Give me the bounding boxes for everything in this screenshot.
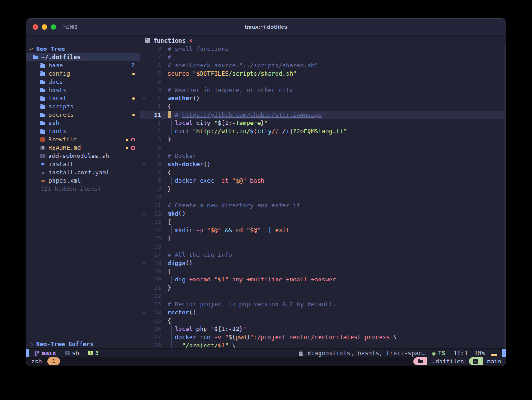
fold-chevron-icon[interactable]: [142, 96, 145, 99]
tree-item-local[interactable]: local: [26, 94, 140, 103]
titlebar[interactable]: ⌥⌘2 tmux:~/.dotfiles: [26, 19, 506, 36]
tree-item-scripts[interactable]: scripts: [26, 103, 140, 111]
tab-functions[interactable]: functions: [153, 37, 185, 44]
tree-item-base[interactable]: base?: [26, 61, 140, 70]
tree-item-phpcs.xml[interactable]: phpcs.xml: [26, 177, 140, 185]
tmux-shell-label: zsh: [31, 358, 42, 365]
code-line[interactable]: 23# Rector project to php version 8.2 by…: [140, 300, 506, 308]
tree-item-hosts[interactable]: hosts: [26, 86, 140, 94]
code-line[interactable]: 11 # https://github.com/chubin/wttr.in#u…: [140, 111, 506, 119]
code-line[interactable]: 9}: [140, 185, 506, 193]
code-line[interactable]: 15}: [140, 234, 506, 243]
code-line[interactable]: 25{: [140, 317, 506, 325]
code-line[interactable]: 18digga(): [140, 259, 506, 267]
git-modified-dot-icon: [132, 114, 135, 116]
minimize-button[interactable]: [42, 24, 47, 30]
git-untracked-icon: ?: [131, 63, 135, 68]
folder-icon: [40, 97, 45, 101]
folder-icon: [40, 122, 45, 125]
code-line[interactable]: 6# shellcheck source="../scripts/shared.…: [140, 61, 506, 70]
fold-chevron-icon[interactable]: [142, 261, 145, 264]
fold-column: [140, 251, 147, 259]
line-number: 28: [147, 341, 161, 348]
fold-column: [140, 300, 147, 308]
code-line[interactable]: 27 docker run -v "$(pwd)":/project recto…: [140, 333, 506, 341]
code-line[interactable]: 5source "$DOTFILES/scripts/shared.sh": [140, 70, 506, 78]
code-line[interactable]: 19{: [140, 267, 506, 276]
collapse-chevron-icon: [29, 46, 33, 50]
code-line[interactable]: 5# Docker: [140, 152, 506, 160]
fold-column: [140, 185, 147, 193]
code-line[interactable]: 8 docker exec -it "$@" bash: [140, 177, 506, 185]
tree-item-secrets[interactable]: secrets: [26, 111, 140, 119]
code-line[interactable]: 7#: [140, 53, 506, 61]
code-line[interactable]: 20 dig +nocmd "$1" any +multiline +noall…: [140, 276, 506, 284]
folder-icon: [40, 130, 45, 134]
tree-item-readme.md[interactable]: README.md: [26, 144, 140, 152]
maximize-button[interactable]: [51, 24, 56, 30]
editor[interactable]: 8# shell functions7#6# shellcheck source…: [140, 45, 506, 348]
code-line[interactable]: 22: [140, 292, 506, 300]
code-line[interactable]: 3}: [140, 135, 506, 144]
fold-chevron-icon[interactable]: [142, 310, 145, 314]
code-line[interactable]: 2 curl "http://wttr.in/${city// /+}?2nFQ…: [140, 127, 506, 135]
git-modified-dot-icon: [126, 147, 128, 149]
treesitter-icon: ◉: [432, 350, 436, 357]
tree-item-docs[interactable]: docs: [26, 78, 140, 86]
tmux-window-badge[interactable]: 1: [47, 357, 60, 365]
code-line[interactable]: 8# shell functions: [140, 45, 506, 53]
editor-scrollbar[interactable]: [504, 45, 506, 348]
fold-chevron-icon[interactable]: [142, 211, 145, 215]
code-line[interactable]: 7{: [140, 168, 506, 177]
code-line[interactable]: 6ssh-docker(): [140, 160, 506, 168]
code-line[interactable]: 10: [140, 193, 506, 201]
tree-item-label: install.conf.yaml: [49, 168, 109, 177]
line-number: 27: [147, 333, 161, 341]
line-number: 1: [147, 119, 161, 127]
code-line[interactable]: 4: [140, 78, 506, 86]
tab-close-icon[interactable]: ×: [189, 37, 192, 44]
tree-item-brewfile[interactable]: Brewfile: [26, 135, 140, 144]
code-line[interactable]: 26 local php="${1:-82}": [140, 325, 506, 333]
close-button[interactable]: [33, 24, 38, 30]
neo-tree-buffers-header[interactable]: Neo-Tree Buffers: [26, 340, 140, 348]
code-line[interactable]: 13{: [140, 218, 506, 226]
fold-column: [140, 325, 147, 333]
shell-script-icon: [40, 154, 45, 158]
line-number: 20: [147, 276, 161, 284]
line-number: 17: [147, 251, 161, 259]
tree-item-tools[interactable]: tools: [26, 127, 140, 135]
line-number: 18: [147, 259, 161, 267]
window-title: tmux:~/.dotfiles: [26, 24, 506, 30]
line-number: 23: [147, 300, 161, 308]
fold-column: [140, 276, 147, 284]
code-line[interactable]: 28 "/project/$1" \: [140, 341, 506, 348]
line-number: 22: [147, 292, 161, 300]
code-line[interactable]: 4: [140, 144, 506, 152]
tree-item-label: docs: [49, 78, 63, 86]
code-line[interactable]: 17# All the dig info: [140, 251, 506, 259]
fold-column: [140, 53, 147, 61]
tree-item-ssh[interactable]: ssh: [26, 119, 140, 127]
tree-item-install[interactable]: install: [26, 160, 140, 168]
code-line[interactable]: 3# Weather in Tampere, or other city: [140, 86, 506, 94]
tree-item-~-.dotfiles[interactable]: ~/.dotfiles: [26, 53, 140, 61]
tree-item--21-hidden-items-: (21 hidden items): [26, 185, 140, 193]
code-line[interactable]: 12mkd(): [140, 210, 506, 218]
code-line[interactable]: 24rector(): [140, 308, 506, 317]
code-line[interactable]: 1{: [140, 103, 506, 111]
fold-column: [140, 160, 147, 168]
neo-tree-header[interactable]: Neo-Tree: [26, 45, 140, 53]
line-number: 6: [147, 61, 161, 70]
code-line[interactable]: 16: [140, 243, 506, 251]
code-line[interactable]: 2weather(): [140, 94, 506, 103]
code-line[interactable]: 21}: [140, 284, 506, 292]
terminal-icon: [473, 359, 478, 364]
code-line[interactable]: 1 local city="${1:-Tampere}": [140, 119, 506, 127]
tree-item-config[interactable]: config: [26, 70, 140, 78]
tree-item-add-submodules.sh[interactable]: add-submodules.sh: [26, 152, 140, 160]
code-line[interactable]: 11# Create a new directory and enter it: [140, 201, 506, 210]
fold-chevron-icon[interactable]: [142, 162, 145, 165]
code-line[interactable]: 14 mkdir -p "$@" && cd "$@" || exit: [140, 226, 506, 234]
terminal-cursor: [491, 354, 497, 356]
